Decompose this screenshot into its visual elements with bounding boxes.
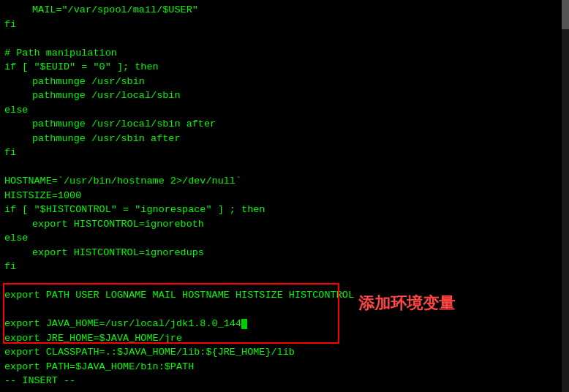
code-line-15: if [ "$HISTCONTROL" = "ignorespace" ] ; …	[4, 203, 565, 217]
code-line-20	[4, 274, 565, 289]
code-line-23: export JAVA_HOME=/usr/local/jdk1.8.0_144	[4, 317, 565, 331]
code-line-3	[4, 31, 565, 46]
code-line-5: if [ "$EUID" = "0" ]; then	[4, 60, 565, 75]
annotation-label: 添加环境变量	[358, 293, 455, 314]
code-line-9: pathmunge /usr/local/sbin after	[4, 117, 565, 132]
code-line-4: # Path manipulation	[4, 46, 565, 61]
cursor	[241, 319, 247, 329]
status-line: -- INSERT --	[4, 374, 565, 388]
code-line-14: HISTSIZE=1000	[4, 189, 565, 203]
code-line-16: export HISTCONTROL=ignoreboth	[4, 217, 565, 232]
code-line-25: export CLASSPATH=.:$JAVA_HOME/lib:${JRE_…	[4, 345, 565, 360]
code-line-11: fi	[4, 146, 565, 160]
code-line-6: pathmunge /usr/sbin	[4, 75, 565, 89]
code-line-26: export PATH=$JAVA_HOME/bin:$PATH	[4, 360, 565, 374]
code-line-18: export HISTCONTROL=ignoredups	[4, 246, 565, 260]
code-line-17: else	[4, 231, 565, 246]
code-line-12	[4, 160, 565, 175]
code-line-7: pathmunge /usr/local/sbin	[4, 88, 565, 103]
terminal: MAIL="/var/spool/mail/$USER" fi # Path m…	[0, 0, 569, 392]
code-line-22	[4, 303, 565, 317]
code-line-13: HOSTNAME=`/usr/bin/hostname 2>/dev/null`	[4, 174, 565, 189]
code-line-8: else	[4, 103, 565, 118]
code-line-24: export JRE_HOME=$JAVA_HOME/jre	[4, 331, 565, 346]
code-line-10: pathmunge /usr/sbin after	[4, 132, 565, 146]
code-line-21: export PATH USER LOGNAME MAIL HOSTNAME H…	[4, 288, 565, 303]
code-line-19: fi	[4, 260, 565, 274]
scrollbar[interactable]	[562, 0, 569, 392]
scrollbar-thumb[interactable]	[562, 0, 569, 29]
code-line-1: MAIL="/var/spool/mail/$USER"	[4, 3, 565, 18]
code-line-2: fi	[4, 18, 565, 32]
